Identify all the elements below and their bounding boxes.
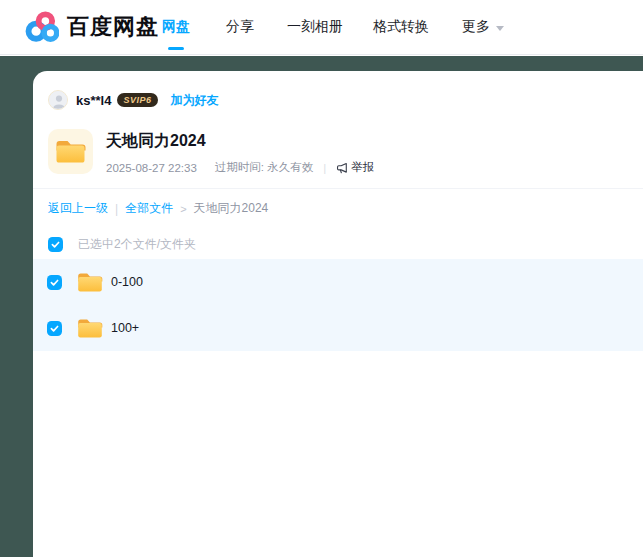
file-name: 0-100 [111, 275, 143, 289]
chevron-down-icon [496, 26, 504, 31]
svip-badge: SVIP6 [117, 93, 158, 107]
meta-divider: | [323, 162, 326, 174]
sharer-username: ks**l4 [76, 93, 111, 108]
selection-summary: 已选中2个文件/文件夹 [78, 236, 196, 253]
baidu-pan-logo[interactable]: 百度网盘 [25, 11, 159, 43]
share-meta-row: 2025-08-27 22:33 过期时间: 永久有效 | 举报 [106, 160, 374, 175]
file-row-0-100[interactable]: 0-100 [33, 259, 643, 305]
baidu-pan-logo-icon [25, 11, 59, 43]
folder-icon [77, 272, 103, 293]
section-divider [33, 188, 643, 189]
top-header: 百度网盘 网盘 分享 一刻相册 格式转换 更多 [0, 0, 643, 55]
add-friend-link[interactable]: 加为好友 [170, 92, 218, 109]
breadcrumb: 返回上一级 | 全部文件 > 天地同力2024 [48, 200, 268, 217]
share-info-block: 天地同力2024 2025-08-27 22:33 过期时间: 永久有效 | 举… [48, 129, 374, 175]
report-button[interactable]: 举报 [336, 160, 374, 175]
breadcrumb-arrow: > [180, 203, 186, 215]
shared-folder-title: 天地同力2024 [106, 131, 374, 152]
nav-tab-share-label: 分享 [226, 18, 254, 36]
file-name: 100+ [111, 321, 139, 335]
report-label: 举报 [351, 160, 374, 175]
nav-tab-album-label: 一刻相册 [287, 18, 343, 36]
page-background: ks**l4 SVIP6 加为好友 天地同力2024 [0, 56, 643, 557]
file-row-100-plus[interactable]: 100+ [33, 305, 643, 351]
share-card: ks**l4 SVIP6 加为好友 天地同力2024 [33, 71, 643, 557]
report-icon [336, 162, 348, 174]
select-all-checkbox[interactable] [48, 237, 63, 252]
nav-tab-pan-label: 网盘 [162, 18, 190, 36]
breadcrumb-current: 天地同力2024 [194, 200, 269, 217]
nav-tab-format-convert-label: 格式转换 [373, 18, 429, 36]
row-checkbox[interactable] [47, 321, 62, 336]
nav-tab-more[interactable]: 更多 [462, 0, 504, 54]
active-tab-underline [168, 47, 184, 50]
breadcrumb-pipe: | [115, 202, 118, 216]
row-checkbox[interactable] [47, 275, 62, 290]
avatar [48, 90, 68, 110]
share-date: 2025-08-27 22:33 [106, 162, 197, 174]
file-list: 0-100 100 [33, 259, 643, 351]
sharer-info-row: ks**l4 SVIP6 加为好友 [48, 89, 218, 111]
nav-tab-share[interactable]: 分享 [226, 0, 254, 54]
breadcrumb-all-files-link[interactable]: 全部文件 [125, 200, 173, 217]
nav-tab-more-label: 更多 [462, 18, 490, 36]
expire-time: 过期时间: 永久有效 [215, 160, 313, 175]
logo-text: 百度网盘 [67, 12, 159, 42]
nav-tab-pan[interactable]: 网盘 [162, 0, 190, 54]
folder-icon [77, 318, 103, 339]
share-texts: 天地同力2024 2025-08-27 22:33 过期时间: 永久有效 | 举… [106, 129, 374, 175]
select-all-row: 已选中2个文件/文件夹 [48, 236, 196, 253]
nav-tab-album[interactable]: 一刻相册 [287, 0, 343, 54]
shared-folder-icon [48, 129, 93, 174]
breadcrumb-back-link[interactable]: 返回上一级 [48, 200, 108, 217]
nav-tab-format-convert[interactable]: 格式转换 [373, 0, 429, 54]
